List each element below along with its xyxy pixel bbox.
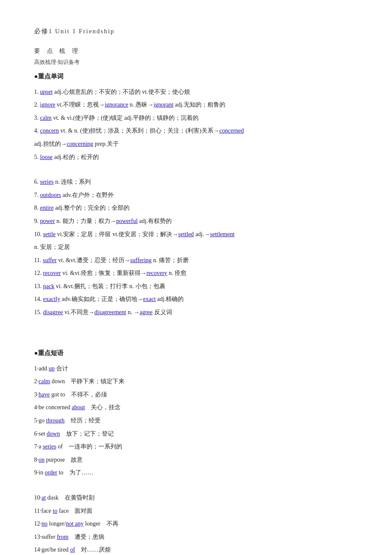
phrase-item-11: 11·face to face 面对面: [34, 506, 358, 517]
vocab-title-text: ●重点单词: [34, 71, 63, 82]
phrase-meaning: dusk 在黄昏时刻: [46, 494, 95, 501]
word-suffer[interactable]: suffer: [43, 257, 56, 263]
phrase-num: 5·go: [34, 417, 46, 424]
word-series[interactable]: series: [40, 179, 54, 185]
word-powerful[interactable]: powerful: [116, 218, 138, 224]
phrase-meaning2: longer 不再: [84, 520, 118, 527]
phrase-num: 10·: [34, 494, 42, 501]
item-def3: adj.无知的；粗鲁的: [173, 101, 225, 108]
vocab-item-12: 12. recover vi. &vt.痊愈；恢复；重新获得→recovery …: [34, 268, 358, 279]
phrase-link-up[interactable]: up: [49, 365, 55, 372]
item-def2: n. →: [126, 309, 140, 315]
item-def: adj.整个的；完全的；全部的: [54, 205, 130, 211]
phrase-meaning: 放下；记下；登记: [60, 431, 114, 437]
phrase-link-no[interactable]: no: [42, 520, 48, 527]
word-loose[interactable]: loose: [40, 154, 53, 160]
item-def: vt. & n. (使)担忧；涉及；关系到；担心；关注；(利害)关系→: [59, 127, 219, 134]
word-calm[interactable]: calm: [40, 115, 52, 121]
item-def: vt.不理睬；忽视→: [55, 101, 105, 108]
item-def: n. 连续；系列: [54, 179, 91, 185]
item-num: 7.: [34, 192, 40, 198]
word-disagreement[interactable]: disagreement: [95, 309, 127, 315]
phrase-link-calm[interactable]: calm: [39, 378, 50, 384]
word-agree[interactable]: agree: [140, 309, 153, 315]
word-ignorant[interactable]: ignorant: [153, 101, 173, 108]
word-concerned[interactable]: concerned: [219, 127, 244, 134]
item-def2: adj.→: [194, 231, 210, 237]
vocab-item-11: 11. suffer vt. &vt.遭受；忍受；经历→suffering n.…: [34, 255, 358, 266]
item-def2: adj.有权势的: [138, 218, 172, 224]
word-exactly[interactable]: exactly: [43, 296, 60, 302]
phrase-link-order[interactable]: order: [45, 469, 58, 476]
word-power[interactable]: power: [40, 218, 55, 224]
phrase-link-series[interactable]: series: [43, 443, 56, 450]
word-concerning[interactable]: concerning: [67, 141, 93, 147]
item-def: vi. &vt.捆扎；包装；打行李 n. 小包；包裹: [54, 283, 165, 289]
item-def: vi. &vt.痊愈；恢复；重新获得→: [61, 270, 147, 276]
vocab-item-9: 9. power n. 能力；力量；权力→powerful adj.有权势的: [34, 216, 358, 227]
phrase-link-not-any[interactable]: not any: [66, 520, 84, 527]
item-num: 13.: [34, 283, 43, 289]
vocab-item-8: 8. entire adj.整个的；完全的；全部的: [34, 202, 358, 214]
phrase-link-to[interactable]: to: [53, 508, 58, 514]
vocab-title: ●重点单词: [34, 71, 358, 82]
phrase-link-at[interactable]: at: [42, 494, 46, 501]
word-settle[interactable]: settle: [43, 231, 56, 237]
phrase-meaning: longer/: [48, 520, 66, 527]
item-num: 9.: [34, 218, 40, 224]
vocab-item-3: 3. calm vt. & vi.(使)平静；(使)镇定 adj.平静的；镇静的…: [34, 113, 358, 124]
phrase-link-on[interactable]: on: [39, 457, 45, 463]
item-def2: n. 痛苦；折磨: [152, 257, 189, 263]
phrase-link-have[interactable]: have: [39, 391, 50, 398]
phrase-item-4: 4·be concerned about 关心，挂念: [34, 402, 358, 413]
word-ignorance[interactable]: ignorance: [105, 101, 128, 108]
phrase-meaning: 关心，挂念: [85, 404, 121, 410]
phrase-link-through[interactable]: through: [46, 417, 65, 424]
word-pack[interactable]: pack: [43, 283, 54, 289]
vocab-item-4: 4. concern vt. & n. (使)担忧；涉及；关系到；担心；关注；(…: [34, 125, 358, 137]
phrase-title: ●重点短语: [34, 347, 358, 359]
phrase-num: 7·a: [34, 443, 43, 450]
phrase-num: 8·: [34, 457, 39, 463]
item-def: n. 安居；定居: [34, 244, 70, 250]
item-num: 4.: [34, 127, 40, 134]
vocab-item-14: 14. exactly adv.确实如此；正是；确切地→exact adj.精确…: [34, 294, 358, 305]
word-outdoors[interactable]: outdoors: [40, 192, 61, 198]
word-concern[interactable]: concern: [40, 127, 59, 134]
phrase-meaning: of 一连串的；一系列的: [56, 443, 122, 450]
word-disagree[interactable]: disagree: [43, 309, 63, 315]
word-suffering[interactable]: suffering: [130, 257, 152, 263]
item-def: vi.安家；定居；停留 vt.使安居；安排；解决→: [56, 231, 179, 237]
word-exact[interactable]: exact: [143, 296, 156, 302]
phrase-item-12: 12·no longer/not any longer 不再: [34, 518, 358, 530]
page-title: 必修1 Unit 1 Friendship: [34, 26, 358, 37]
item-num: 1.: [34, 89, 40, 95]
item-def: adj.担忧的→: [34, 141, 67, 147]
item-def: adj.松的；松开的: [53, 154, 99, 160]
phrase-num: 4·be concerned: [34, 404, 72, 410]
phrase-meaning: got to 不得不，必须: [50, 391, 107, 398]
phrase-item-2: 2·calm down 平静下来；镇定下来: [34, 376, 358, 387]
phrase-num: 6·set: [34, 431, 47, 437]
word-ignore[interactable]: ignore: [40, 101, 55, 108]
phrase-meaning: purpose 故意: [45, 457, 83, 463]
word-settlement[interactable]: settlement: [210, 231, 235, 237]
item-num: 12.: [34, 270, 43, 276]
phrase-item-7: 7·a series of 一连串的；一系列的: [34, 441, 358, 453]
vocab-item-7: 7. outdoors adv.在户外；在野外: [34, 190, 358, 201]
word-recover[interactable]: recover: [43, 270, 61, 276]
word-upset[interactable]: upset: [40, 89, 53, 95]
phrase-link-down[interactable]: down: [47, 431, 60, 437]
phrase-link-about[interactable]: about: [72, 404, 85, 410]
phrase-num: 1·add: [34, 365, 49, 372]
vocab-item-2: 2. ignore vt.不理睬；忽视→ignorance n. 愚昧→igno…: [34, 99, 358, 111]
phrase-link-of[interactable]: of: [70, 546, 75, 553]
phrase-meaning: to 为了……: [57, 469, 93, 476]
phrase-link-from[interactable]: from: [57, 534, 68, 540]
item-num: 15.: [34, 309, 43, 315]
word-settled[interactable]: settled: [178, 231, 194, 237]
vocab-item-5: 5. loose adj.松的；松开的: [34, 152, 358, 163]
phrase-num: 11·face: [34, 508, 53, 514]
word-entire[interactable]: entire: [40, 205, 54, 211]
word-recovery[interactable]: recovery: [147, 270, 167, 276]
